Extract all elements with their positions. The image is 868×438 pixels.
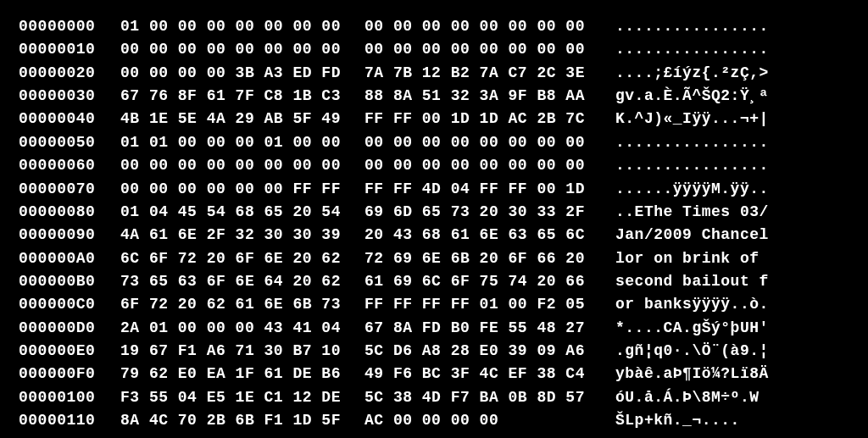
column-gap [341, 15, 364, 38]
ascii-column: or banksÿÿÿÿ..ò. [615, 293, 769, 316]
ascii-column: K.^J)«_Iÿÿ...¬+| [615, 108, 769, 130]
hex-row: 000000404B 1E 5E 4A 29 AB 5F 49FF FF 00 … [19, 108, 849, 130]
hex-row: 000000A06C 6F 72 20 6F 6E 20 6272 69 6E … [19, 247, 849, 270]
hex-bytes-left: 79 62 E0 EA 1F 61 DE B6 [120, 363, 341, 385]
ascii-column: ................ [615, 38, 769, 61]
offset: 00000040 [19, 108, 120, 130]
column-gap [341, 154, 364, 177]
offset: 00000010 [19, 38, 120, 61]
column-gap [585, 38, 615, 61]
hex-row: 0000000001 00 00 00 00 00 00 0000 00 00 … [19, 15, 849, 38]
column-gap [341, 270, 364, 293]
column-gap [585, 154, 615, 177]
offset: 00000020 [19, 62, 120, 85]
hex-bytes-right: 72 69 6E 6B 20 6F 66 20 [364, 247, 585, 270]
column-gap [585, 363, 615, 385]
column-gap [341, 293, 364, 316]
hex-row: 0000006000 00 00 00 00 00 00 0000 00 00 … [19, 154, 849, 177]
hex-bytes-right: 00 00 00 00 00 00 00 00 [364, 131, 585, 154]
column-gap [585, 224, 615, 247]
hex-bytes-right: 7A 7B 12 B2 7A C7 2C 3E [364, 62, 585, 85]
ascii-column: *....CA.gŠý°þUH' [615, 317, 769, 340]
hex-bytes-right: AC 00 00 00 00 [364, 409, 585, 432]
offset: 00000100 [19, 386, 120, 409]
column-gap [341, 363, 364, 385]
hex-row: 000001108A 4C 70 2B 6B F1 1D 5FAC 00 00 … [19, 409, 849, 432]
hex-row: 000000B073 65 63 6F 6E 64 20 6261 69 6C … [19, 270, 849, 293]
hex-bytes-right: 00 00 00 00 00 00 00 00 [364, 154, 585, 177]
column-gap [585, 15, 615, 38]
offset: 000000C0 [19, 293, 120, 316]
hex-row: 0000002000 00 00 00 3B A3 ED FD7A 7B 12 … [19, 62, 849, 85]
hex-row: 0000001000 00 00 00 00 00 00 0000 00 00 … [19, 38, 849, 61]
ascii-column: ..EThe Times 03/ [615, 201, 769, 224]
column-gap [585, 293, 615, 316]
ascii-column: Jan/2009 Chancel [615, 224, 769, 247]
hex-bytes-left: 4B 1E 5E 4A 29 AB 5F 49 [120, 108, 341, 130]
column-gap [585, 317, 615, 340]
hex-bytes-left: 67 76 8F 61 7F C8 1B C3 [120, 85, 341, 108]
hex-bytes-right: 5C D6 A8 28 E0 39 09 A6 [364, 340, 585, 363]
hex-bytes-left: 00 00 00 00 3B A3 ED FD [120, 62, 341, 85]
column-gap [341, 108, 364, 130]
column-gap [585, 178, 615, 201]
ascii-column: gv.a.È.Ã^ŠQ2:Ÿ¸ª [615, 85, 769, 108]
hex-dump: 0000000001 00 00 00 00 00 00 0000 00 00 … [19, 15, 849, 432]
hex-row: 0000005001 01 00 00 00 01 00 0000 00 00 … [19, 131, 849, 154]
column-gap [585, 131, 615, 154]
hex-bytes-right: 88 8A 51 32 3A 9F B8 AA [364, 85, 585, 108]
offset: 00000050 [19, 131, 120, 154]
hex-row: 000000C06F 72 20 62 61 6E 6B 73FF FF FF … [19, 293, 849, 316]
offset: 00000070 [19, 178, 120, 201]
hex-bytes-left: 01 01 00 00 00 01 00 00 [120, 131, 341, 154]
ascii-column: second bailout f [615, 270, 769, 293]
hex-bytes-left: 01 04 45 54 68 65 20 54 [120, 201, 341, 224]
column-gap [585, 247, 615, 270]
column-gap [585, 270, 615, 293]
ascii-column: ybàê.aÞ¶Iö¼?Lï8Ä [615, 363, 769, 385]
column-gap [341, 340, 364, 363]
hex-bytes-left: 8A 4C 70 2B 6B F1 1D 5F [120, 409, 341, 432]
hex-bytes-left: 6C 6F 72 20 6F 6E 20 62 [120, 247, 341, 270]
column-gap [585, 85, 615, 108]
offset: 00000030 [19, 85, 120, 108]
hex-row: 0000003067 76 8F 61 7F C8 1B C388 8A 51 … [19, 85, 849, 108]
column-gap [585, 386, 615, 409]
column-gap [341, 131, 364, 154]
offset: 00000110 [19, 409, 120, 432]
hex-bytes-right: 67 8A FD B0 FE 55 48 27 [364, 317, 585, 340]
column-gap [341, 38, 364, 61]
hex-bytes-right: FF FF 4D 04 FF FF 00 1D [364, 178, 585, 201]
hex-row: 000000F079 62 E0 EA 1F 61 DE B649 F6 BC … [19, 363, 849, 385]
ascii-column: ................ [615, 131, 769, 154]
offset: 00000000 [19, 15, 120, 38]
hex-bytes-left: 00 00 00 00 00 00 00 00 [120, 154, 341, 177]
offset: 00000090 [19, 224, 120, 247]
ascii-column: ......ÿÿÿÿM.ÿÿ.. [615, 178, 769, 201]
ascii-column: ....;£íýz{.²zÇ,> [615, 62, 769, 85]
column-gap [341, 247, 364, 270]
hex-row: 000000E019 67 F1 A6 71 30 B7 105C D6 A8 … [19, 340, 849, 363]
hex-bytes-right: 61 69 6C 6F 75 74 20 66 [364, 270, 585, 293]
column-gap [341, 224, 364, 247]
ascii-column: lor on brink of [615, 247, 769, 270]
ascii-column: ................ [615, 15, 769, 38]
hex-bytes-right: 49 F6 BC 3F 4C EF 38 C4 [364, 363, 585, 385]
hex-bytes-left: 00 00 00 00 00 00 FF FF [120, 178, 341, 201]
offset: 000000A0 [19, 247, 120, 270]
offset: 00000080 [19, 201, 120, 224]
hex-row: 0000007000 00 00 00 00 00 FF FFFF FF 4D … [19, 178, 849, 201]
hex-row: 000000904A 61 6E 2F 32 30 30 3920 43 68 … [19, 224, 849, 247]
hex-row: 00000100F3 55 04 E5 1E C1 12 DE5C 38 4D … [19, 386, 849, 409]
column-gap [585, 201, 615, 224]
ascii-column: .gñ¦q0·.\Ö¨(à9.¦ [615, 340, 769, 363]
column-gap [341, 178, 364, 201]
hex-bytes-right: 5C 38 4D F7 BA 0B 8D 57 [364, 386, 585, 409]
column-gap [341, 85, 364, 108]
hex-bytes-left: 73 65 63 6F 6E 64 20 62 [120, 270, 341, 293]
hex-row: 0000008001 04 45 54 68 65 20 5469 6D 65 … [19, 201, 849, 224]
hex-bytes-left: 4A 61 6E 2F 32 30 30 39 [120, 224, 341, 247]
hex-bytes-left: 6F 72 20 62 61 6E 6B 73 [120, 293, 341, 316]
hex-bytes-left: 01 00 00 00 00 00 00 00 [120, 15, 341, 38]
offset: 000000F0 [19, 363, 120, 385]
